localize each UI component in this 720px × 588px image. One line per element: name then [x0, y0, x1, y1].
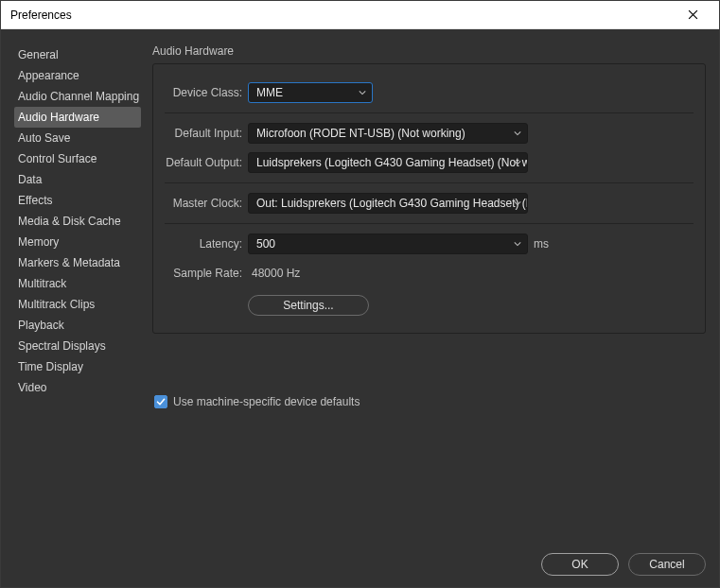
machine-defaults-checkbox[interactable] [154, 395, 167, 408]
default-output-label: Default Output: [165, 156, 248, 169]
sidebar-item-data[interactable]: Data [14, 169, 141, 190]
main-row: General Appearance Audio Channel Mapping… [14, 44, 706, 544]
divider [165, 112, 694, 113]
default-input-label: Default Input: [165, 127, 248, 140]
master-clock-label: Master Clock: [165, 197, 248, 210]
section-title: Audio Hardware [152, 44, 706, 63]
sample-rate-value: 48000 Hz [248, 267, 300, 280]
latency-value: 500 [256, 237, 275, 251]
sidebar-item-playback[interactable]: Playback [14, 315, 141, 336]
sidebar-item-multitrack[interactable]: Multitrack [14, 273, 141, 294]
below-panel: Use machine-specific device defaults [152, 392, 706, 408]
sidebar-item-video[interactable]: Video [14, 377, 141, 398]
latency-dropdown[interactable]: 500 [248, 233, 528, 254]
audio-hardware-panel: Device Class: MME Default Input: Microfo… [152, 63, 706, 334]
default-output-row: Default Output: Luidsprekers (Logitech G… [165, 150, 694, 175]
master-clock-dropdown[interactable]: Out: Luidsprekers (Logitech G430 Gaming … [248, 193, 528, 214]
close-icon [688, 9, 698, 20]
check-icon [156, 397, 166, 406]
default-output-value: Luidsprekers (Logitech G430 Gaming Heads… [256, 156, 528, 169]
content-pane: Audio Hardware Device Class: MME Default… [152, 44, 706, 544]
default-input-value: Microfoon (RODE NT-USB) (Not working) [256, 127, 465, 140]
device-class-value: MME [256, 86, 283, 99]
sidebar-item-markers-metadata[interactable]: Markers & Metadata [14, 252, 141, 273]
device-class-row: Device Class: MME [165, 80, 694, 105]
machine-defaults-label: Use machine-specific device defaults [173, 395, 360, 408]
sidebar-item-spectral-displays[interactable]: Spectral Displays [14, 336, 141, 356]
settings-button[interactable]: Settings... [248, 295, 369, 316]
chevron-down-icon [514, 130, 521, 137]
master-clock-row: Master Clock: Out: Luidsprekers (Logitec… [165, 191, 694, 216]
dialog-body: General Appearance Audio Channel Mapping… [1, 29, 719, 587]
latency-label: Latency: [165, 237, 248, 251]
titlebar: Preferences [1, 1, 719, 29]
sidebar-item-control-surface[interactable]: Control Surface [14, 148, 141, 169]
sidebar-item-media-disk-cache[interactable]: Media & Disk Cache [14, 211, 141, 232]
sidebar-item-time-display[interactable]: Time Display [14, 356, 141, 377]
window-title: Preferences [9, 9, 72, 22]
sidebar-item-audio-channel-mapping[interactable]: Audio Channel Mapping [14, 86, 141, 107]
sidebar-item-memory[interactable]: Memory [14, 232, 141, 252]
preferences-dialog: Preferences General Appearance Audio Cha… [0, 0, 720, 588]
sample-rate-label: Sample Rate: [165, 267, 248, 280]
ok-button[interactable]: OK [541, 553, 619, 576]
master-clock-value: Out: Luidsprekers (Logitech G430 Gaming … [256, 197, 528, 210]
sidebar: General Appearance Audio Channel Mapping… [14, 44, 141, 544]
chevron-down-icon [359, 89, 366, 96]
chevron-down-icon [514, 240, 521, 248]
cancel-button[interactable]: Cancel [628, 553, 706, 576]
default-input-row: Default Input: Microfoon (RODE NT-USB) (… [165, 121, 694, 146]
device-class-label: Device Class: [165, 86, 248, 99]
sidebar-item-audio-hardware[interactable]: Audio Hardware [14, 107, 141, 128]
divider [165, 182, 694, 183]
default-input-dropdown[interactable]: Microfoon (RODE NT-USB) (Not working) [248, 123, 528, 144]
machine-defaults-row: Use machine-specific device defaults [152, 395, 706, 408]
close-button[interactable] [674, 2, 711, 28]
default-output-dropdown[interactable]: Luidsprekers (Logitech G430 Gaming Heads… [248, 152, 528, 173]
sidebar-item-auto-save[interactable]: Auto Save [14, 128, 141, 148]
dialog-footer: OK Cancel [14, 544, 706, 576]
latency-unit: ms [534, 237, 549, 251]
latency-row: Latency: 500 ms [165, 232, 694, 256]
divider [165, 223, 694, 224]
sidebar-item-multitrack-clips[interactable]: Multitrack Clips [14, 294, 141, 315]
sidebar-item-effects[interactable]: Effects [14, 190, 141, 211]
sidebar-item-appearance[interactable]: Appearance [14, 65, 141, 86]
device-class-dropdown[interactable]: MME [248, 82, 373, 103]
sidebar-item-general[interactable]: General [14, 44, 141, 65]
sample-rate-row: Sample Rate: 48000 Hz [165, 261, 694, 285]
